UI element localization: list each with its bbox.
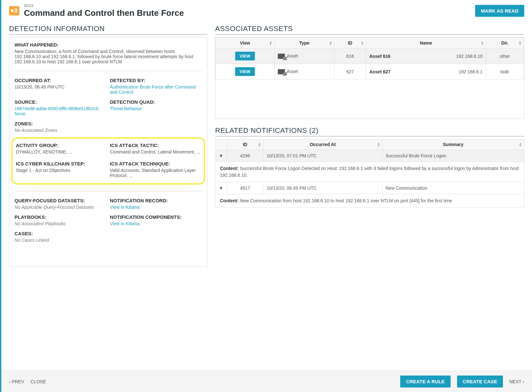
sort-icon[interactable]: ▲▼ bbox=[269, 41, 272, 45]
asset-dir: bidir bbox=[486, 64, 524, 79]
occurred-at-heading: OCCURRED AT: bbox=[15, 78, 107, 83]
zones-value: No Associated Zones bbox=[15, 128, 202, 133]
col-name[interactable]: Name▲▼ bbox=[366, 38, 486, 48]
zones-heading: ZONES: bbox=[15, 121, 202, 126]
notification-components-link[interactable]: View in Kibana bbox=[110, 221, 202, 226]
content-text: Successful Brute Force Logon Detected on… bbox=[220, 166, 519, 178]
content-row: Content: New Communication from host 192… bbox=[215, 194, 524, 208]
ics-technique-value: Valid Accounts, Standard Application Lay… bbox=[110, 168, 201, 178]
sort-icon[interactable]: ▲▼ bbox=[518, 41, 522, 45]
footer-bar: ‹PREV CLOSE CREATE A RULE CREATE CASE NE… bbox=[1, 371, 532, 392]
chevron-left-icon: ‹ bbox=[9, 379, 11, 384]
col-rn-id[interactable]: ID▲▼ bbox=[227, 139, 263, 150]
chevron-right-icon: › bbox=[523, 379, 524, 384]
mark-as-read-button[interactable]: MARK AS READ bbox=[475, 5, 524, 17]
source-heading: SOURCE: bbox=[15, 99, 107, 105]
assets-table: View▲▼ Type▲▼ ID▲▼ Name▲▼ Dir.▲▼ VIEW As… bbox=[215, 37, 524, 79]
rn-id: 4296 bbox=[227, 150, 263, 162]
asset-id: 616 bbox=[334, 48, 366, 64]
notification-record-heading: NOTIFICATION RECORD: bbox=[110, 198, 202, 203]
table-row: ▼ 4296 10/13/20, 07:01 PM UTC Successful… bbox=[215, 150, 524, 162]
asset-id: 627 bbox=[334, 64, 366, 79]
activity-group-heading: ACTIVITY GROUP: bbox=[16, 143, 107, 148]
detection-quad-link[interactable]: Threat Behavior bbox=[110, 106, 202, 111]
sort-icon[interactable]: ▲▼ bbox=[361, 41, 364, 45]
col-type[interactable]: Type▲▼ bbox=[274, 38, 334, 48]
content-label: Content: bbox=[220, 198, 239, 203]
notification-components-heading: NOTIFICATION COMPONENTS: bbox=[110, 214, 202, 220]
what-happened-text: New Communication, a form of Command and… bbox=[15, 49, 202, 64]
content-text: New Communication from host 192.168.6.10… bbox=[240, 198, 452, 203]
col-id[interactable]: ID▲▼ bbox=[334, 38, 366, 48]
col-dir[interactable]: Dir.▲▼ bbox=[486, 38, 524, 48]
expand-toggle[interactable]: ▼ bbox=[215, 150, 227, 162]
occurred-at-value: 10/13/20, 06:49 PM UTC bbox=[15, 84, 107, 90]
col-rn-summary[interactable]: Summary▲▼ bbox=[382, 139, 524, 150]
table-row: VIEW Asset 627 Asset 627192.168.6.1 bidi… bbox=[216, 64, 524, 79]
asset-type: Asset bbox=[287, 53, 298, 58]
qfd-heading: QUERY-FOCUSED DATASETS: bbox=[15, 198, 107, 203]
asset-type: Asset bbox=[287, 69, 298, 74]
view-button[interactable]: VIEW bbox=[235, 67, 255, 76]
killchain-heading: ICS CYBER KILLCHAIN STEP: bbox=[16, 161, 107, 166]
close-button[interactable]: CLOSE bbox=[31, 379, 46, 384]
associated-assets-heading: ASSOCIATED ASSETS bbox=[215, 25, 524, 35]
sort-icon[interactable]: ▲▼ bbox=[329, 41, 332, 45]
cases-value: No Cases Linked bbox=[15, 238, 202, 243]
rn-summary: New Communication bbox=[382, 182, 524, 194]
sort-icon[interactable]: ▲▼ bbox=[481, 41, 484, 45]
view-button[interactable]: VIEW bbox=[235, 52, 255, 60]
table-row: VIEW Asset 616 Asset 616192.168.6.10 oth… bbox=[216, 48, 524, 64]
ics-tactic-value: Command and Control, Lateral Movement, .… bbox=[110, 149, 201, 155]
sort-icon[interactable]: ▲▼ bbox=[377, 142, 380, 147]
page-title: Command and Control then Brute Force bbox=[24, 8, 471, 18]
what-happened-heading: WHAT HAPPENED: bbox=[15, 42, 202, 48]
rn-summary: Successful Brute Force Logon bbox=[382, 150, 524, 162]
qfd-value: No Applicable Query-Focused Datasets bbox=[15, 205, 107, 210]
highlight-box: ACTIVITY GROUP: DYMALLOY, XENOTIME, ... … bbox=[11, 137, 205, 185]
severity-badge: 3 bbox=[9, 6, 19, 16]
related-notifications-heading: RELATED NOTIFICATIONS (2) bbox=[215, 126, 524, 136]
cases-heading: CASES: bbox=[15, 231, 202, 236]
playbooks-value: No Associated Playbooks bbox=[15, 221, 107, 226]
content-row: Content: Successful Brute Force Logon De… bbox=[215, 162, 524, 182]
rn-occurred: 10/13/20, 06:49 PM UTC bbox=[263, 182, 382, 194]
activity-group-value: DYMALLOY, XENOTIME, ... bbox=[16, 149, 107, 155]
next-button[interactable]: NEXT› bbox=[509, 379, 524, 384]
detected-by-link[interactable]: Authentication Brute Force after Command… bbox=[110, 84, 202, 95]
expand-toggle[interactable]: ▼ bbox=[215, 182, 227, 194]
col-rn-occurred[interactable]: Occurred At▲▼ bbox=[263, 139, 382, 150]
create-rule-button[interactable]: CREATE A RULE bbox=[400, 376, 450, 387]
ics-technique-heading: ICS ATT&CK TECHNIQUE: bbox=[110, 161, 201, 166]
detection-id: 4533 bbox=[24, 3, 471, 8]
detection-quad-heading: DETECTION QUAD: bbox=[110, 99, 202, 105]
rn-occurred: 10/13/20, 07:01 PM UTC bbox=[263, 150, 382, 162]
asset-name: Asset 627192.168.6.1 bbox=[366, 64, 486, 79]
playbooks-heading: PLAYBOOKS: bbox=[15, 214, 107, 220]
ics-tactic-heading: ICS ATT&CK TACTIC: bbox=[110, 143, 201, 148]
notification-record-link[interactable]: View in Kibana bbox=[110, 205, 202, 210]
content-label: Content: bbox=[220, 166, 239, 171]
asset-dir: other bbox=[486, 48, 524, 64]
source-link[interactable]: 1967eed8-adda-4550-bff6-d89be51862c9, No… bbox=[15, 106, 107, 116]
create-case-button[interactable]: CREATE CASE bbox=[457, 376, 503, 387]
prev-button[interactable]: ‹PREV bbox=[9, 379, 24, 384]
asset-name: Asset 616192.168.6.10 bbox=[366, 48, 486, 64]
col-view[interactable]: View▲▼ bbox=[216, 38, 275, 48]
table-row: ▼ 4517 10/13/20, 06:49 PM UTC New Commun… bbox=[215, 182, 524, 194]
asset-icon bbox=[278, 54, 285, 59]
asset-icon bbox=[278, 69, 285, 74]
sort-icon[interactable]: ▲▼ bbox=[519, 142, 522, 147]
sort-icon[interactable]: ▲▼ bbox=[258, 142, 261, 147]
detected-by-heading: DETECTED BY: bbox=[110, 78, 202, 83]
detection-info-heading: DETECTION INFORMATION bbox=[9, 25, 207, 35]
rn-id: 4517 bbox=[227, 182, 263, 194]
related-notifications-table: ID▲▼ Occurred At▲▼ Summary▲▼ ▼ 4296 10/1… bbox=[215, 139, 524, 208]
killchain-value: Stage 1 - Act on Objectives bbox=[16, 168, 107, 174]
